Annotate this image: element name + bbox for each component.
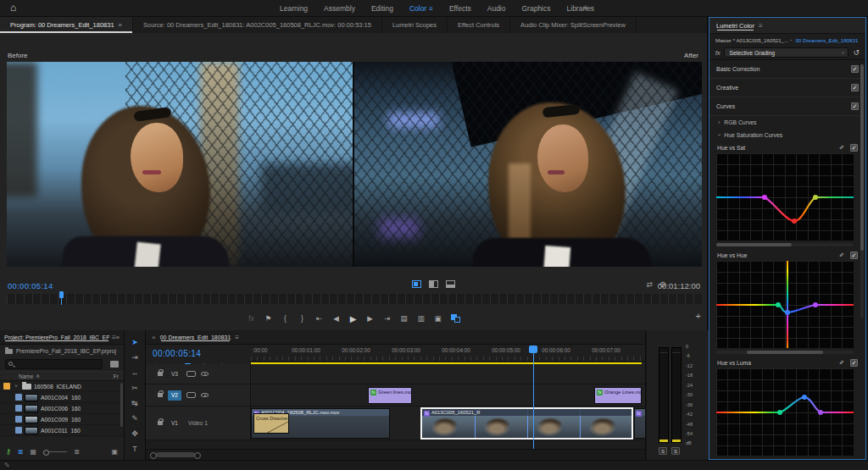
- basic-correction-checkbox[interactable]: ✓: [851, 65, 859, 73]
- track-v1[interactable]: V1 Video 1 fxA001C004_160508_RLJC.mov.mo…: [146, 406, 645, 440]
- project-breadcrumb[interactable]: PremierePro_Fall_2018_IBC_EP.prproj: [0, 345, 124, 357]
- chevron-down-icon[interactable]: ›: [789, 39, 795, 41]
- track-target-v3[interactable]: V3: [168, 369, 181, 379]
- track-select-forward-tool[interactable]: ⇥: [128, 351, 142, 362]
- lumetri-tab-label[interactable]: Lumetri Color: [716, 22, 754, 30]
- button-editor-plus[interactable]: +: [696, 311, 701, 321]
- hue-saturation-curves-subsection[interactable]: › Hue Saturation Curves: [709, 129, 865, 141]
- lumetri-tab-bar[interactable]: Lumetri Color ≡: [709, 18, 865, 34]
- twirl-down-icon[interactable]: ˅: [13, 384, 19, 389]
- hue-vs-hue-checkbox[interactable]: ✓: [850, 252, 858, 259]
- curves-checkbox[interactable]: ✓: [851, 102, 859, 110]
- workspace-menu-icon[interactable]: ≡: [429, 5, 433, 13]
- clip-orange-lines[interactable]: fx Orange Lines.mo: [594, 387, 642, 404]
- sort-icon[interactable]: ≣: [74, 448, 80, 456]
- list-view-icon[interactable]: ≣: [18, 448, 24, 456]
- comparison-view-icon[interactable]: [412, 280, 421, 288]
- project-row-bin[interactable]: ˅ 160508_ICELAND: [0, 381, 124, 392]
- label-chip[interactable]: [15, 405, 22, 412]
- timeline-horizontal-scrollbar[interactable]: [146, 449, 645, 460]
- clip-tail[interactable]: fx: [634, 408, 646, 439]
- split-view-side-icon[interactable]: [429, 280, 438, 288]
- track-visibility-eye-icon[interactable]: [201, 372, 209, 376]
- eyedropper-icon[interactable]: ✎: [837, 252, 844, 257]
- creative-checkbox[interactable]: ✓: [851, 84, 859, 91]
- step-forward-button[interactable]: ▶: [366, 314, 374, 323]
- track-v3[interactable]: V3: [146, 364, 645, 384]
- chevron-right-icon[interactable]: ›: [718, 119, 720, 125]
- workspace-tab-effects[interactable]: Effects: [449, 4, 471, 13]
- tab-effect-controls[interactable]: Effect Controls: [448, 17, 510, 33]
- workspace-tab-audio[interactable]: Audio: [487, 4, 506, 13]
- thumbnail-zoom-slider[interactable]: [43, 451, 67, 452]
- transition-cross-dissolve[interactable]: Cross Dissolve: [253, 413, 289, 434]
- export-frame-button[interactable]: ▣: [434, 314, 442, 323]
- column-name[interactable]: Name: [19, 373, 33, 379]
- master-clip-label[interactable]: Master * A013C005_160521_...: [715, 37, 788, 43]
- lift-button[interactable]: ▤: [400, 314, 408, 323]
- label-chip[interactable]: [3, 383, 10, 390]
- timeline-ruler[interactable]: :00:00 00:00:01:00 00:00:02:00 00:00:03:…: [251, 345, 645, 362]
- workspace-tab-editing[interactable]: Editing: [371, 4, 393, 13]
- workspace-tab-assembly[interactable]: Assembly: [324, 4, 355, 13]
- clip-a013c005-selected[interactable]: fx A013C005_160521_R: [421, 408, 632, 439]
- hue-vs-hue-range-slider[interactable]: [716, 351, 854, 354]
- timeline-current-timecode[interactable]: 00:00:05:14: [153, 349, 201, 358]
- play-button[interactable]: ▶: [349, 314, 357, 323]
- split-view-top-bottom-icon[interactable]: [446, 280, 455, 288]
- sequence-name-link[interactable]: 00 Dreamers_Edit_180831 ...: [795, 37, 860, 43]
- preset-dropdown[interactable]: Selective Grading ›: [724, 47, 849, 58]
- loop-icon[interactable]: ⇄: [646, 280, 653, 289]
- search-input[interactable]: [5, 359, 103, 369]
- track-visibility-eye-icon[interactable]: [201, 393, 209, 397]
- timeline-tab-bar[interactable]: × 00 Dreamers_Edit_180831 ≡: [146, 330, 645, 345]
- timeline-playhead[interactable]: [529, 346, 537, 353]
- fx-bypass-button[interactable]: fx: [248, 314, 255, 323]
- solo-button-left[interactable]: S: [659, 447, 667, 455]
- project-row-clip[interactable]: A001C009_160: [0, 414, 124, 425]
- project-tab-bar[interactable]: Project: PremierePro_Fall_2018_IBC_EP ≡ …: [0, 330, 124, 345]
- razor-tool[interactable]: ✂: [128, 382, 142, 393]
- project-list-header[interactable]: Name ∧ Fr: [0, 371, 124, 381]
- hue-vs-hue-curve[interactable]: [716, 261, 854, 348]
- extract-button[interactable]: ▥: [417, 314, 425, 323]
- pen-tool[interactable]: ✎: [128, 412, 142, 423]
- reset-effect-icon[interactable]: ↺: [853, 48, 860, 57]
- project-row-clip[interactable]: A001C006_160: [0, 403, 124, 414]
- project-row-clip[interactable]: A001C004_160: [0, 392, 124, 403]
- section-creative[interactable]: Creative ✓: [709, 79, 865, 97]
- rgb-curves-subsection[interactable]: › RGB Curves: [709, 116, 865, 129]
- track-target-v2[interactable]: V2: [168, 390, 181, 401]
- label-chip[interactable]: [15, 427, 22, 434]
- add-marker-button[interactable]: ⚑: [264, 314, 272, 323]
- project-writable-icon[interactable]: ⚷: [6, 448, 11, 456]
- ripple-edit-tool[interactable]: ↔: [128, 367, 142, 378]
- mark-out-button[interactable]: }: [298, 314, 306, 323]
- selection-tool[interactable]: ➤: [128, 336, 142, 347]
- tab-audio-clip-mixer[interactable]: Audio Clip Mixer: SplitScreenPreview: [510, 17, 637, 33]
- workspace-tab-color[interactable]: Color≡: [409, 4, 433, 13]
- clip-green-lines[interactable]: fx Green lines.mo: [368, 387, 412, 404]
- project-tab-label[interactable]: Project: PremierePro_Fall_2018_IBC_EP: [4, 335, 109, 340]
- project-overflow-icon[interactable]: »: [116, 334, 120, 341]
- program-scrubber[interactable]: [7, 294, 702, 304]
- sequence-tab-label[interactable]: 00 Dreamers_Edit_180831: [160, 335, 231, 340]
- search-bin-icon[interactable]: [110, 361, 119, 368]
- hue-vs-sat-range-slider[interactable]: [716, 243, 854, 246]
- panel-menu-icon[interactable]: ≡: [119, 21, 122, 29]
- track-v2[interactable]: V2 fx Green lines.mo fx Orange Lines.mo: [146, 384, 645, 406]
- home-icon[interactable]: ⌂: [10, 2, 16, 14]
- type-tool[interactable]: T: [128, 443, 142, 454]
- workspace-overflow-icon[interactable]: »: [583, 3, 587, 12]
- source-patch-icon[interactable]: [186, 371, 196, 377]
- lock-icon[interactable]: [158, 421, 163, 425]
- chevron-down-icon[interactable]: ›: [716, 134, 722, 135]
- track-target-v1[interactable]: V1: [168, 418, 181, 429]
- hue-vs-sat-curve[interactable]: [716, 153, 854, 241]
- project-row-clip[interactable]: A001C011_160: [0, 425, 124, 436]
- step-back-button[interactable]: ◀: [332, 314, 340, 323]
- column-frame[interactable]: Fr: [114, 373, 119, 379]
- hue-vs-luma-checkbox[interactable]: ✓: [850, 359, 858, 367]
- label-chip[interactable]: [15, 394, 22, 401]
- split-screen-preview[interactable]: [7, 62, 702, 267]
